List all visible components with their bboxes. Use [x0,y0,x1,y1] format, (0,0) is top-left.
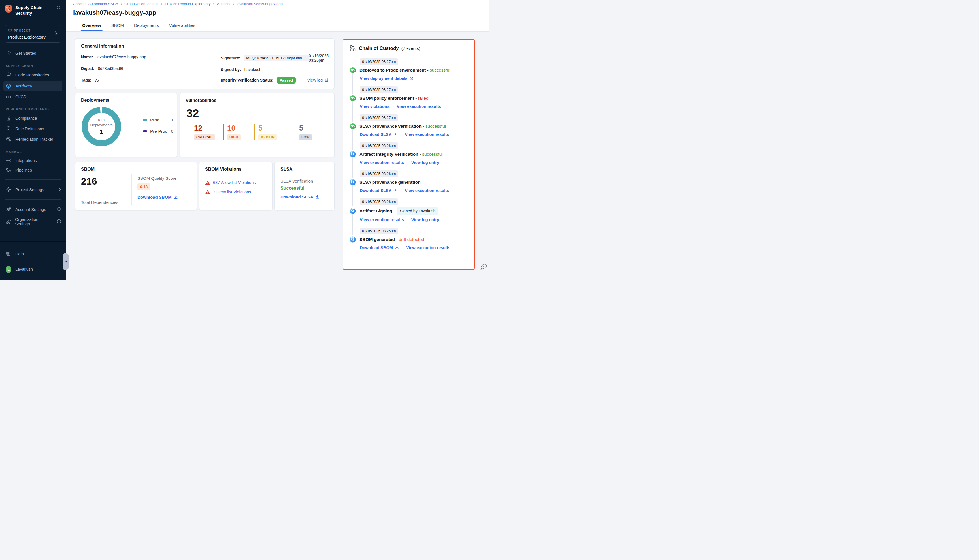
view-execution-results-link[interactable]: View execution results [360,160,404,165]
breadcrumb-separator: › [233,2,234,6]
chain-event: 01/16/2025 03:26pm SLSA provenance gener… [349,170,468,198]
sidebar-item-get-started[interactable]: Get Started [0,48,66,58]
slsa-verification-label: SLSA Verification [281,178,329,183]
view-execution-results-link[interactable]: View execution results [397,104,441,109]
download-slsa-link[interactable]: Download SLSA [360,132,398,137]
event-status: successful [422,152,443,157]
sidebar-item-label: Help [15,252,24,256]
sidebar-item-integrations[interactable]: Integrations [0,156,66,165]
view-execution-results-link[interactable]: View execution results [406,245,450,250]
sidebar-item-compliance[interactable]: Compliance [0,113,66,123]
pipeline-event-icon [349,123,356,129]
card-title: SLSA [281,167,329,172]
event-title: Artifact Integrity Verification - succes… [359,152,443,157]
sidebar-item-cicd[interactable]: CI/CD [0,92,66,102]
digest-value: 8d23bd3b5d8f [98,66,123,71]
pipelines-icon [6,168,11,172]
code-repository-icon [6,72,11,78]
feedback-chat-icon[interactable] [480,263,487,271]
event-title: Artifact Signing [359,208,392,213]
tags-label: Tags: [81,78,91,82]
view-log-entry-link[interactable]: View log entry [411,160,439,165]
sidebar-item-project-settings[interactable]: Project Settings [0,184,66,195]
download-slsa-link[interactable]: Download SLSA [281,195,319,199]
sidebar-item-help[interactable]: ? Help [0,249,66,259]
user-name: Lavakush [15,267,33,272]
download-icon [393,132,398,137]
chain-events-timeline: 01/16/2025 03:27pm Deployed to Prod2 env… [349,58,468,256]
name-label: Name: [81,55,93,59]
breadcrumb-account[interactable]: Account: Automation-SSCA [73,2,118,6]
donut-center-label: Total Deployments [89,117,114,128]
breadcrumb-organization[interactable]: Organization: default [124,2,158,6]
sidebar-item-account-settings[interactable]: Account Settings [0,204,66,215]
download-sbom-link[interactable]: Download SBOM [360,245,399,250]
event-status: successful [426,124,446,128]
sidebar-item-artifacts[interactable]: Artifacts [3,81,62,92]
sidebar-divider [5,199,61,200]
sidebar-item-rule-definitions[interactable]: Rule Definitions [0,123,66,134]
chain-event: 01/16/2025 03:27pm SLSA provenance verif… [349,114,468,142]
sbom-quality-score-value: 6.13 [137,183,150,190]
event-timestamp: 01/16/2025 03:27pm [360,114,398,121]
view-log-entry-link[interactable]: View log entry [411,217,439,222]
sidebar-collapse-handle[interactable] [63,253,69,270]
view-execution-results-link[interactable]: View execution results [405,132,449,137]
integrity-status-badge: Passed [277,77,296,83]
view-execution-results-link[interactable]: View execution results [360,217,404,222]
project-selector[interactable]: PROJECT Product Exploratory [5,25,61,43]
breadcrumb-separator: › [161,2,162,6]
view-deployment-details-link[interactable]: View deployment details [360,76,413,81]
warning-icon [205,190,210,194]
download-slsa-link[interactable]: Download SLSA [360,188,398,193]
breadcrumb-project[interactable]: Project: Product Exploratory [165,2,211,6]
breadcrumb-artifacts[interactable]: Artifacts [217,2,230,6]
view-execution-results-link[interactable]: View execution results [405,188,449,193]
tab-overview[interactable]: Overview [82,23,101,32]
breadcrumb-current-artifact[interactable]: lavakush07/easy-buggy-app [237,2,283,6]
deny-list-violations-link[interactable]: 2 Deny list Violations [213,190,251,194]
project-selector-label: PROJECT [14,29,31,32]
card-title: Deployments [81,98,109,103]
allow-list-violations-row: 637 Allow list Violations [205,180,267,185]
allow-list-violations-link[interactable]: 637 Allow list Violations [213,180,256,185]
sidebar-item-label: Organization Settings [15,217,49,226]
card-title: Vulnerabilities [185,98,329,103]
chain-of-custody-title: Chain of Custody [359,46,399,51]
pre-prod-color-swatch [143,130,147,132]
sidebar-item-remediation-tracker[interactable]: Remediation Tracker [0,134,66,144]
pipeline-event-icon [349,67,356,73]
nav-section-risk-and-compliance: RISK AND COMPLIANCE [6,107,66,111]
total-dependencies-label: Total Dependencies [81,200,132,205]
chain-event: 01/16/2025 03:26pm Artifact Signing Sign… [349,198,468,228]
artifact-name-value: lavakush07/easy-buggy-app [97,55,146,59]
high-badge: HIGH [227,134,241,140]
event-title: SBOM generated - drift detected [359,237,424,242]
tab-bar: Overview SBOM Deployments Vulnerabilitie… [82,23,195,32]
tab-deployments[interactable]: Deployments [134,23,159,32]
tab-sbom[interactable]: SBOM [111,23,124,32]
view-violations-link[interactable]: View violations [360,104,389,109]
tab-vulnerabilities[interactable]: Vulnerabilities [169,23,195,32]
event-timestamp: 01/16/2025 03:27pm [360,58,398,65]
sidebar-item-organization-settings[interactable]: Organization Settings [0,215,66,229]
module-grid-icon[interactable] [57,6,62,12]
sidebar-item-pipelines[interactable]: Pipelines [0,165,66,175]
legend-value: 1 [171,117,174,123]
help-chat-icon: ? [6,252,11,257]
home-icon [6,50,11,56]
nav-section-supply-chain: SUPPLY CHAIN [6,64,66,67]
sidebar-item-label: Artifacts [15,84,32,88]
sidebar-user[interactable]: L Lavakush [0,263,66,275]
project-cube-icon [8,28,12,33]
download-sbom-link[interactable]: Download SBOM [137,195,178,200]
chain-of-custody-panel: Chain of Custody (7 events) 01/16/2025 0… [343,39,475,270]
rule-definitions-clipboard-icon [6,126,11,132]
chevron-right-icon [55,32,57,37]
critical-badge: CRITICAL [194,134,215,140]
view-log-link[interactable]: View log [307,78,329,82]
legend-label: Pre Prod [150,129,167,134]
event-title: SLSA provenance generation [359,180,421,185]
sidebar-item-code-repositories[interactable]: Code Repositories [0,70,66,80]
low-count: 5 [299,124,329,132]
